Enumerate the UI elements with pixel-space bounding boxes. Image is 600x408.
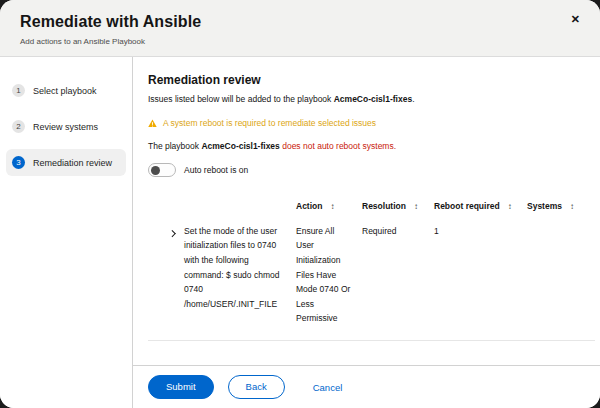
reboot-note-prefix: The playbook (148, 141, 201, 151)
column-header-action[interactable]: Action↕ (296, 195, 362, 222)
modal-header: Remediate with Ansible Add actions to an… (0, 0, 600, 57)
sort-icon[interactable]: ↕ (570, 202, 574, 211)
wizard-step-remediation-review[interactable]: 3 Remediation review (6, 149, 126, 176)
step-number-badge: 3 (12, 156, 25, 169)
wizard-step-label: Select playbook (33, 86, 97, 96)
main-column: Remediation review Issues listed below w… (133, 57, 600, 408)
intro-text: Issues listed below will be added to the… (148, 94, 595, 104)
remediate-modal: Remediate with Ansible Add actions to an… (0, 0, 600, 408)
resolution-cell: Required (362, 222, 434, 340)
auto-reboot-toggle-row: Auto reboot is on (148, 163, 595, 177)
auto-reboot-note: The playbook AcmeCo-cisl1-fixes does not… (148, 141, 595, 151)
expand-column-header (148, 195, 184, 222)
sort-icon[interactable]: ↕ (414, 202, 418, 211)
issue-column-header (184, 195, 296, 222)
reboot-required-cell: 1 (434, 222, 527, 340)
page-title: Remediation review (148, 73, 595, 87)
wizard-step-select-playbook[interactable]: 1 Select playbook (6, 77, 126, 104)
sort-icon[interactable]: ↕ (508, 202, 512, 211)
issues-table: Action↕ Resolution↕ Reboot required↕ Sys… (148, 195, 595, 341)
column-header-reboot-required[interactable]: Reboot required↕ (434, 195, 527, 222)
modal-subtitle: Add actions to an Ansible Playbook (20, 37, 580, 46)
toggle-knob (151, 166, 160, 175)
chevron-right-icon (169, 230, 175, 236)
intro-prefix: Issues listed below will be added to the… (148, 94, 334, 104)
wizard-nav: 1 Select playbook 2 Review systems 3 Rem… (0, 57, 133, 408)
sort-icon[interactable]: ↕ (330, 202, 334, 211)
cancel-button[interactable]: Cancel (313, 382, 343, 393)
wizard-step-label: Remediation review (33, 158, 112, 168)
column-label: Resolution (362, 201, 406, 211)
close-icon[interactable]: ✕ (571, 14, 580, 25)
reboot-note-danger: does not auto reboot systems. (280, 141, 396, 151)
table-row: Set the mode of the user initialization … (148, 222, 595, 341)
column-label: Reboot required (434, 201, 500, 211)
row-expand-toggle[interactable] (148, 222, 184, 340)
warning-text: A system reboot is required to remediate… (163, 118, 376, 128)
column-label: Systems (527, 201, 562, 211)
auto-reboot-toggle[interactable] (148, 163, 176, 177)
playbook-name: AcmeCo-cisl1-fixes (334, 94, 412, 104)
systems-cell (527, 222, 595, 340)
issue-cell: Set the mode of the user initialization … (184, 222, 296, 340)
wizard-step-review-systems[interactable]: 2 Review systems (6, 113, 126, 140)
reboot-warning: A system reboot is required to remediate… (148, 118, 595, 128)
submit-button[interactable]: Submit (148, 375, 214, 399)
intro-suffix: . (412, 94, 414, 104)
wizard-footer: Submit Back Cancel (133, 365, 600, 408)
step-number-badge: 2 (12, 120, 25, 133)
column-header-resolution[interactable]: Resolution↕ (362, 195, 434, 222)
action-cell: Ensure All User Initialization Files Hav… (296, 222, 362, 340)
toggle-label: Auto reboot is on (184, 165, 248, 175)
column-label: Action (296, 201, 322, 211)
column-header-systems[interactable]: Systems↕ (527, 195, 595, 222)
wizard-step-label: Review systems (33, 122, 98, 132)
playbook-name: AcmeCo-cisl1-fixes (201, 141, 279, 151)
warning-triangle-icon (148, 119, 157, 128)
modal-title: Remediate with Ansible (20, 13, 580, 31)
table-header-row: Action↕ Resolution↕ Reboot required↕ Sys… (148, 195, 595, 222)
step-number-badge: 1 (12, 84, 25, 97)
main-content: Remediation review Issues listed below w… (133, 57, 600, 365)
modal-body: 1 Select playbook 2 Review systems 3 Rem… (0, 57, 600, 408)
back-button[interactable]: Back (228, 375, 285, 399)
